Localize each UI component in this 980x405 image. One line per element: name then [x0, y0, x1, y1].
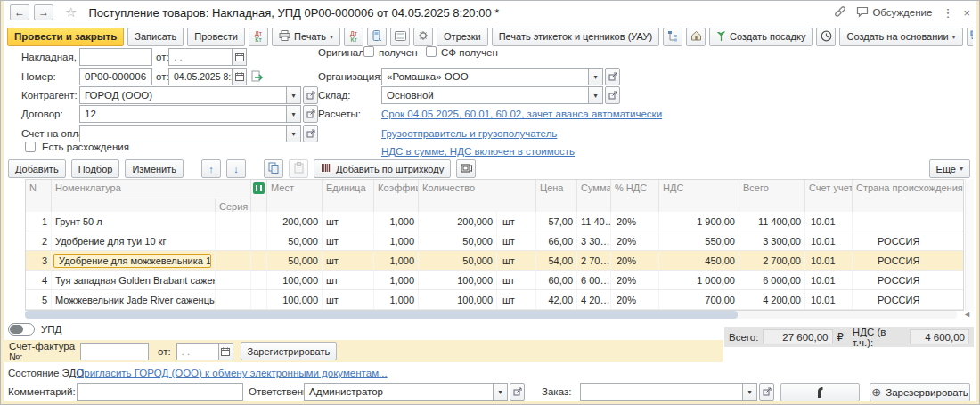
- upd-toggle[interactable]: УПД: [8, 323, 61, 336]
- invoice-date-input[interactable]: . .: [168, 48, 247, 66]
- cell-price[interactable]: 60,00: [536, 271, 577, 289]
- register-button[interactable]: Зарегистрировать: [241, 342, 338, 360]
- post-button[interactable]: Провести: [187, 28, 245, 46]
- cell-account[interactable]: 10.01: [805, 231, 853, 250]
- cell-unit[interactable]: шт: [323, 212, 374, 231]
- cell-vat-rate[interactable]: 20%: [611, 212, 659, 231]
- cell-amount[interactable]: 6 00…: [577, 271, 611, 289]
- close-icon[interactable]: ×: [963, 6, 970, 20]
- horizontal-scrollbar-thumb[interactable]: [25, 311, 738, 319]
- table-row[interactable]: 2 Удобрение для туи 10 кг 50,000 шт 1,00…: [26, 231, 963, 251]
- cell-account[interactable]: 10.01: [805, 251, 853, 270]
- scan-camera-button[interactable]: [456, 159, 476, 178]
- print-button[interactable]: Печать ▾: [272, 28, 340, 46]
- back-button[interactable]: ←: [10, 4, 29, 20]
- cell-n[interactable]: 4: [26, 271, 52, 289]
- cell-vat[interactable]: 550,00: [659, 231, 739, 250]
- cell-price[interactable]: 42,00: [536, 290, 577, 309]
- warehouse-field[interactable]: Основной ▾: [381, 86, 620, 104]
- data-terminal-button[interactable]: [367, 28, 387, 46]
- dropdown-button[interactable]: ▾: [287, 125, 301, 142]
- create-planting-button[interactable]: Создать посадку: [709, 28, 813, 46]
- cell-price[interactable]: 57,00: [536, 212, 577, 231]
- calendar-icon[interactable]: [233, 48, 247, 66]
- structure-button[interactable]: [663, 28, 682, 46]
- cell-total[interactable]: 2 700,00: [739, 251, 805, 270]
- cell-nomenclature[interactable]: Грунт 50 л: [52, 212, 216, 231]
- open-button[interactable]: [605, 68, 620, 85]
- cell-series[interactable]: [216, 290, 251, 309]
- table-row[interactable]: 1 Грунт 50 л 200,000 шт 1,000 200,000 шт…: [26, 212, 963, 231]
- cell-n[interactable]: 1: [26, 212, 52, 231]
- link-icon[interactable]: [834, 5, 846, 20]
- dropdown-button[interactable]: ▾: [589, 68, 603, 85]
- move-up-button[interactable]: ↑: [201, 159, 221, 178]
- forward-button[interactable]: →: [34, 4, 53, 20]
- cell-series[interactable]: [216, 251, 251, 270]
- write-button[interactable]: Записать: [127, 28, 184, 46]
- cell-account[interactable]: 10.01: [805, 271, 853, 289]
- cell-vat-rate[interactable]: 20%: [611, 290, 659, 309]
- cell-coefficient[interactable]: 1,000: [374, 290, 419, 309]
- vat-link[interactable]: НДС в сумме, НДС включен в стоимость: [381, 146, 575, 157]
- cell-amount[interactable]: 2 70…: [577, 251, 611, 270]
- invoice-number-input[interactable]: [80, 343, 149, 360]
- shipper-link[interactable]: Грузоотправитель и грузополучатель: [381, 128, 557, 139]
- dropdown-button[interactable]: ▾: [287, 86, 301, 104]
- open-button[interactable]: [303, 125, 318, 142]
- dropdown-button[interactable]: ▾: [743, 383, 757, 401]
- process-button[interactable]: [780, 383, 860, 401]
- cell-price[interactable]: 54,00: [536, 251, 577, 270]
- more-menu-icon[interactable]: ⋮: [942, 6, 953, 20]
- settlements-link[interactable]: Срок 04.05.2025, 60.01, 60.02, зачет ава…: [381, 109, 662, 119]
- cell-coefficient[interactable]: 1,000: [374, 231, 419, 250]
- calendar-icon[interactable]: [233, 68, 247, 85]
- equipment-settings-button[interactable]: [413, 28, 433, 46]
- cell-country[interactable]: РОССИЯ: [853, 271, 963, 289]
- cell-quantity-unit[interactable]: шт: [497, 271, 536, 289]
- cell-quantity[interactable]: 200,000: [419, 212, 497, 231]
- invoice-no-input[interactable]: [79, 48, 152, 66]
- cell-total[interactable]: 4 200,00: [739, 290, 805, 309]
- cell-characteristics[interactable]: [251, 212, 267, 231]
- invoice-register-date[interactable]: . .: [176, 343, 233, 360]
- received-checkbox[interactable]: [363, 46, 374, 57]
- cell-n[interactable]: 5: [26, 290, 52, 309]
- cell-unit[interactable]: шт: [323, 231, 374, 250]
- history-button[interactable]: [816, 28, 836, 46]
- table-row-selected[interactable]: 3 Удобрение для можжевельника 10 кг 50,0…: [26, 251, 963, 271]
- cell-places[interactable]: 200,000: [267, 212, 323, 231]
- cell-quantity-unit[interactable]: шт: [497, 212, 536, 231]
- cell-amount[interactable]: 4 20…: [577, 290, 611, 309]
- cell-unit[interactable]: шт: [323, 251, 374, 270]
- cell-coefficient[interactable]: 1,000: [374, 212, 419, 231]
- discussion-button[interactable]: Обсуждение: [856, 6, 932, 20]
- add-by-barcode-button[interactable]: Добавить по штрихкоду: [314, 159, 451, 178]
- cell-vat[interactable]: 1 900,00: [659, 212, 739, 231]
- cell-nomenclature[interactable]: Удобрение для можжевельника 10 кг: [52, 251, 216, 270]
- sf-received-checkbox[interactable]: [426, 46, 437, 57]
- cell-vat[interactable]: 700,00: [659, 290, 739, 309]
- dropdown-button[interactable]: ▾: [589, 86, 603, 104]
- comment-input[interactable]: [77, 383, 243, 401]
- postings-dtkt-button[interactable]: ДтКт: [249, 28, 268, 46]
- edit-row-button[interactable]: Изменить: [125, 159, 184, 178]
- cell-nomenclature[interactable]: Удобрение для туи 10 кг: [52, 231, 216, 250]
- cell-characteristics[interactable]: [251, 231, 267, 250]
- cell-unit[interactable]: шт: [323, 290, 374, 309]
- cell-places[interactable]: 100,000: [267, 271, 323, 289]
- dtkt-secondary-button[interactable]: ДтКт: [344, 28, 363, 46]
- paste-row-button[interactable]: [289, 159, 308, 178]
- open-button[interactable]: [759, 383, 774, 401]
- move-down-button[interactable]: ↓: [226, 159, 246, 178]
- cell-characteristics[interactable]: [251, 271, 267, 289]
- cell-price[interactable]: 66,00: [536, 231, 577, 250]
- cell-quantity-unit[interactable]: шт: [497, 251, 536, 270]
- dropdown-button[interactable]: ▾: [494, 383, 508, 401]
- reserve-button[interactable]: ⊕ Зарезервировать: [870, 383, 970, 401]
- open-button[interactable]: [605, 86, 620, 104]
- cell-vat-rate[interactable]: 20%: [611, 271, 659, 289]
- print-labels-button[interactable]: Печать этикеток и ценников (УАУ): [492, 28, 659, 46]
- number-date-input[interactable]: 04.05.2025 8:20:00: [168, 68, 247, 85]
- add-row-button[interactable]: Добавить: [8, 159, 66, 178]
